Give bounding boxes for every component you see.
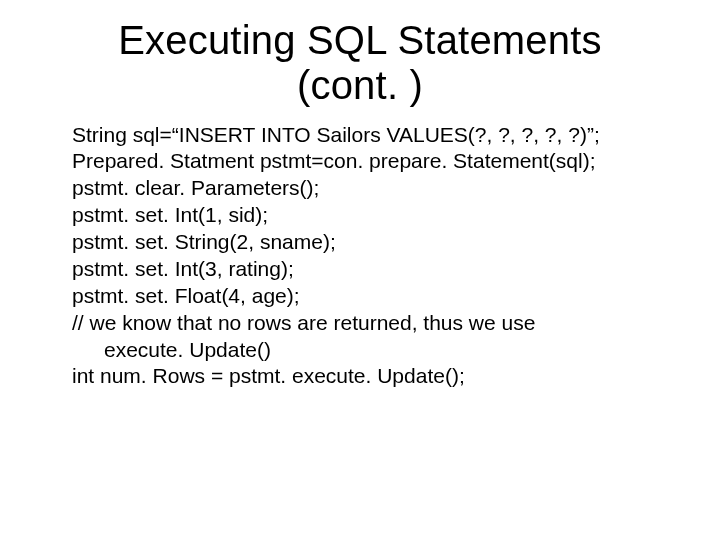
code-line-6: pstmt. set. Int(3, rating); (72, 256, 670, 283)
title-line-2: (cont. ) (297, 63, 423, 107)
code-line-1: String sql=“INSERT INTO Sailors VALUES(?… (72, 122, 670, 149)
code-line-5: pstmt. set. String(2, sname); (72, 229, 670, 256)
code-line-7: pstmt. set. Float(4, age); (72, 283, 670, 310)
code-line-2: Prepared. Statment pstmt=con. prepare. S… (72, 148, 670, 175)
code-line-9: int num. Rows = pstmt. execute. Update()… (72, 363, 670, 390)
code-line-8: // we know that no rows are returned, th… (72, 310, 670, 337)
slide: Executing SQL Statements (cont. ) String… (0, 0, 720, 540)
title-line-1: Executing SQL Statements (118, 18, 602, 62)
slide-title: Executing SQL Statements (cont. ) (50, 18, 670, 108)
slide-body: String sql=“INSERT INTO Sailors VALUES(?… (50, 122, 670, 391)
code-line-4: pstmt. set. Int(1, sid); (72, 202, 670, 229)
code-line-3: pstmt. clear. Parameters(); (72, 175, 670, 202)
code-line-8b: execute. Update() (72, 337, 670, 364)
